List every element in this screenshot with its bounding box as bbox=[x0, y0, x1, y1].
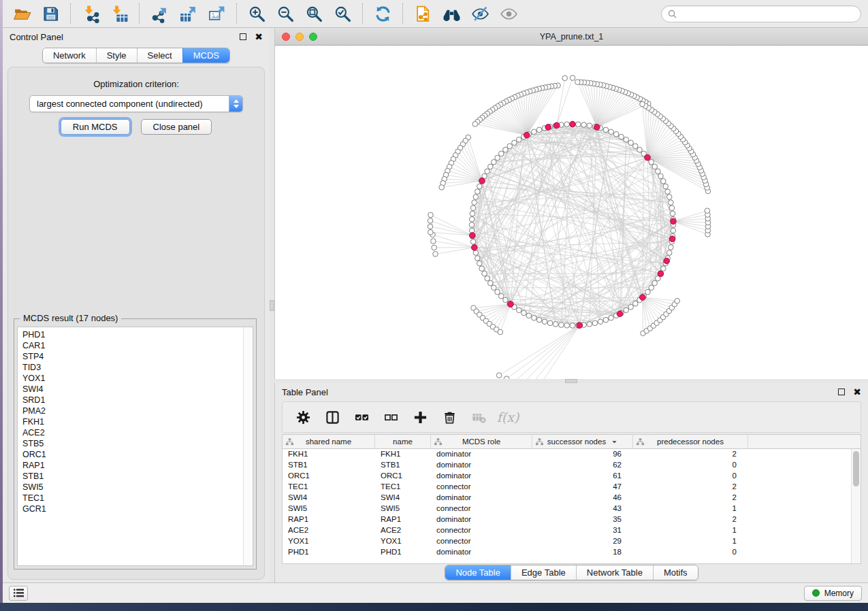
cell-name[interactable]: ACE2 bbox=[375, 525, 431, 536]
network-node[interactable] bbox=[473, 195, 479, 200]
network-node[interactable] bbox=[652, 280, 658, 286]
network-node[interactable] bbox=[485, 276, 490, 281]
new-network-from-selection-button[interactable] bbox=[411, 2, 435, 25]
mcds-result-item[interactable]: SWI5 bbox=[22, 482, 243, 493]
column-header-successor-nodes[interactable]: successor nodes bbox=[532, 435, 633, 448]
network-node[interactable] bbox=[503, 297, 509, 303]
network-node[interactable] bbox=[428, 212, 434, 218]
cell-MCDS-role[interactable]: connector bbox=[431, 482, 532, 493]
tab-node-table[interactable]: Node Table bbox=[445, 565, 511, 580]
mcds-result-item[interactable]: TEC1 bbox=[22, 493, 243, 503]
export-table-button[interactable] bbox=[176, 2, 200, 25]
network-node[interactable] bbox=[526, 313, 532, 318]
table-row[interactable]: SWI4SWI4dominator462 bbox=[283, 493, 851, 503]
network-node[interactable] bbox=[640, 101, 645, 107]
network-node[interactable] bbox=[609, 315, 614, 320]
cell-successor-nodes[interactable]: 31 bbox=[532, 525, 633, 536]
export-image-button[interactable] bbox=[204, 2, 229, 25]
cell-successor-nodes[interactable]: 62 bbox=[532, 460, 633, 471]
cell-successor-nodes[interactable]: 96 bbox=[532, 449, 633, 460]
float-panel-icon[interactable] bbox=[838, 389, 845, 395]
network-node[interactable] bbox=[496, 373, 502, 378]
zoom-in-button[interactable] bbox=[244, 2, 269, 25]
cell-successor-nodes[interactable]: 43 bbox=[532, 503, 633, 514]
network-node[interactable] bbox=[428, 218, 433, 224]
network-node[interactable] bbox=[521, 310, 527, 316]
network-node[interactable] bbox=[649, 285, 654, 291]
cell-MCDS-role[interactable]: dominator bbox=[431, 471, 532, 482]
network-node[interactable] bbox=[666, 250, 672, 256]
network-node[interactable] bbox=[661, 266, 666, 271]
mcds-result-item[interactable]: STB5 bbox=[22, 438, 243, 449]
mcds-result-item[interactable]: PMA2 bbox=[22, 406, 243, 416]
network-node[interactable] bbox=[645, 289, 651, 295]
cell-shared-name[interactable]: ORC1 bbox=[283, 471, 375, 482]
network-node[interactable] bbox=[670, 211, 675, 216]
network-canvas[interactable] bbox=[275, 46, 868, 379]
network-node[interactable] bbox=[564, 323, 570, 329]
table-row[interactable]: ACE2ACE2connector311 bbox=[283, 525, 851, 536]
network-node[interactable] bbox=[547, 320, 553, 326]
mcds-dominator-node[interactable] bbox=[554, 122, 560, 129]
network-node[interactable] bbox=[575, 80, 581, 85]
network-node[interactable] bbox=[570, 323, 575, 329]
network-node[interactable] bbox=[472, 122, 478, 127]
network-node[interactable] bbox=[624, 308, 629, 313]
cell-MCDS-role[interactable]: dominator bbox=[431, 514, 532, 525]
cell-MCDS-role[interactable]: connector bbox=[431, 525, 532, 536]
network-node[interactable] bbox=[477, 184, 483, 189]
network-node[interactable] bbox=[432, 245, 437, 250]
network-node[interactable] bbox=[477, 261, 483, 266]
network-node[interactable] bbox=[495, 155, 500, 161]
vertical-splitter[interactable] bbox=[270, 28, 274, 582]
network-node[interactable] bbox=[536, 317, 542, 323]
cell-shared-name[interactable]: YOX1 bbox=[283, 536, 375, 547]
network-node[interactable] bbox=[609, 129, 614, 135]
cell-MCDS-role[interactable]: connector bbox=[431, 503, 532, 514]
mcds-dominator-node[interactable] bbox=[658, 271, 664, 277]
scrollbar-thumb[interactable] bbox=[853, 451, 859, 486]
mcds-dominator-node[interactable] bbox=[617, 311, 623, 317]
network-node[interactable] bbox=[669, 245, 674, 250]
network-node[interactable] bbox=[675, 298, 680, 303]
network-node[interactable] bbox=[472, 200, 477, 205]
network-node[interactable] bbox=[633, 144, 639, 149]
mcds-result-item[interactable]: YOX1 bbox=[22, 373, 243, 384]
mcds-dominator-node[interactable] bbox=[479, 178, 485, 184]
tab-network-table[interactable]: Network Table bbox=[576, 565, 653, 580]
cell-predecessor-nodes[interactable]: 1 bbox=[633, 536, 748, 547]
zoom-selected-button[interactable] bbox=[330, 2, 355, 25]
network-node[interactable] bbox=[598, 319, 603, 325]
network-node[interactable] bbox=[628, 140, 634, 146]
mcds-result-item[interactable]: RAP1 bbox=[22, 460, 243, 471]
cell-successor-nodes[interactable]: 46 bbox=[532, 493, 633, 503]
mcds-dominator-node[interactable] bbox=[594, 125, 600, 131]
zoom-fit-button[interactable] bbox=[302, 2, 326, 25]
network-node[interactable] bbox=[485, 169, 490, 174]
cell-name[interactable]: YOX1 bbox=[375, 536, 431, 547]
cell-MCDS-role[interactable]: dominator bbox=[431, 449, 532, 460]
network-node[interactable] bbox=[536, 127, 542, 133]
add-column-button[interactable] bbox=[412, 409, 428, 425]
tab-edge-table[interactable]: Edge Table bbox=[511, 565, 576, 580]
network-node[interactable] bbox=[504, 376, 509, 379]
cell-successor-nodes[interactable]: 29 bbox=[532, 536, 633, 547]
network-node[interactable] bbox=[517, 137, 522, 142]
network-node[interactable] bbox=[559, 323, 564, 328]
mcds-dominator-node[interactable] bbox=[577, 323, 583, 329]
column-header-shared-name[interactable]: shared name bbox=[283, 435, 375, 448]
network-node[interactable] bbox=[488, 280, 494, 286]
cell-successor-nodes[interactable]: 61 bbox=[532, 471, 633, 482]
network-node[interactable] bbox=[633, 301, 639, 306]
deselect-all-columns-button[interactable] bbox=[383, 409, 399, 425]
network-node[interactable] bbox=[439, 185, 445, 191]
cell-name[interactable]: PHD1 bbox=[375, 547, 431, 558]
network-node[interactable] bbox=[492, 159, 497, 165]
list-scrollbar[interactable] bbox=[243, 327, 253, 565]
network-node[interactable] bbox=[475, 189, 481, 195]
cell-successor-nodes[interactable]: 18 bbox=[532, 547, 633, 558]
delete-column-button[interactable] bbox=[441, 409, 457, 425]
network-node[interactable] bbox=[503, 147, 509, 152]
tab-style[interactable]: Style bbox=[96, 48, 137, 63]
column-header-MCDS-role[interactable]: MCDS role bbox=[431, 435, 532, 448]
